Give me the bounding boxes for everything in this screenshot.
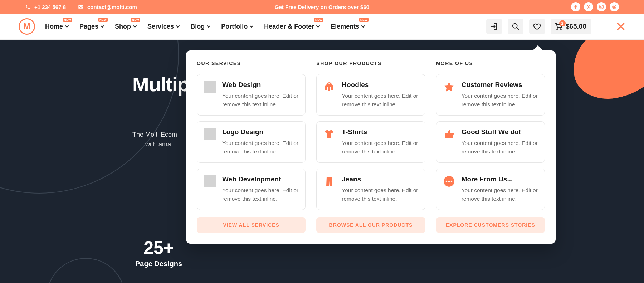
card-desc: Your content goes here. Edit or remove t… xyxy=(222,92,299,109)
image-placeholder-icon xyxy=(204,81,216,93)
card-title: Logo Design xyxy=(222,128,299,136)
search-icon xyxy=(512,23,519,30)
card-desc: Your content goes here. Edit or remove t… xyxy=(462,186,538,203)
nav-item-elements[interactable]: ElementsNEW xyxy=(331,23,365,30)
nav-item-label: Home xyxy=(45,23,63,30)
decorative-blob xyxy=(567,40,644,104)
tshirt-icon xyxy=(323,128,335,140)
mega-column: OUR SERVICES Web Design Your content goe… xyxy=(197,60,306,233)
mega-cta-button[interactable]: EXPLORE CUSTOMERS STORIES xyxy=(436,217,545,233)
nav-item-blog[interactable]: Blog xyxy=(190,23,210,30)
card-desc: Your content goes here. Edit or remove t… xyxy=(462,92,538,109)
x-icon xyxy=(586,4,591,9)
svg-point-8 xyxy=(445,181,447,182)
hero-description: The Molti Ecom with ama xyxy=(132,130,189,149)
nav-item-label: Elements xyxy=(331,23,359,30)
mega-card[interactable]: Jeans Your content goes here. Edit or re… xyxy=(316,169,425,210)
email-text: contact@molti.com xyxy=(87,4,137,10)
star-icon xyxy=(443,81,455,93)
cart-count-badge: 2 xyxy=(559,20,566,26)
nav-item-label: Blog xyxy=(190,23,205,30)
divider xyxy=(605,16,605,36)
new-badge: NEW xyxy=(359,18,369,22)
card-desc: Your content goes here. Edit or remove t… xyxy=(342,139,418,156)
nav-item-label: Portfolio xyxy=(221,23,248,30)
announcement-bar: +1 234 567 8 contact@molti.com Get Free … xyxy=(0,0,644,14)
mega-card[interactable]: Hoodies Your content goes here. Edit or … xyxy=(316,74,425,116)
card-title: Hoodies xyxy=(342,81,418,89)
card-desc: Your content goes here. Edit or remove t… xyxy=(342,92,418,109)
card-desc: Your content goes here. Edit or remove t… xyxy=(222,139,299,156)
nav-item-label: Pages xyxy=(79,23,98,30)
phone-icon xyxy=(25,4,31,10)
mega-card[interactable]: Good Stuff We do! Your content goes here… xyxy=(436,121,545,163)
card-title: Jeans xyxy=(342,175,418,183)
mail-icon xyxy=(78,4,84,10)
mega-column: SHOP OUR PRODUCTS Hoodies Your content g… xyxy=(316,60,425,233)
mega-heading: OUR SERVICES xyxy=(197,60,306,66)
cart-total: $65.00 xyxy=(566,23,586,30)
mega-cta-button[interactable]: VIEW ALL SERVICES xyxy=(197,217,306,233)
stat-label: Page Designs xyxy=(135,260,182,268)
x-link[interactable] xyxy=(584,2,593,11)
nav-item-shop[interactable]: ShopNEW xyxy=(115,23,137,30)
card-title: T-Shirts xyxy=(342,128,418,136)
mega-card[interactable]: More From Us... Your content goes here. … xyxy=(436,169,545,210)
main-nav: M HomeNEWPagesNEWShopNEWServicesBlogPort… xyxy=(0,14,644,40)
mega-heading: SHOP OUR PRODUCTS xyxy=(316,60,425,66)
cart-button[interactable]: 2 $65.00 xyxy=(551,19,591,34)
stat-block: 25+ Page Designs xyxy=(135,238,182,268)
email-link[interactable]: contact@molti.com xyxy=(78,4,137,10)
image-placeholder-icon xyxy=(204,175,216,187)
mega-card[interactable]: Customer Reviews Your content goes here.… xyxy=(436,74,545,116)
mega-heading: MORE OF US xyxy=(436,60,545,66)
logo-letter: M xyxy=(23,21,30,31)
mega-cta-button[interactable]: BROWSE ALL OUR PRODUCTS xyxy=(316,217,425,233)
mega-column: MORE OF US Customer Reviews Your content… xyxy=(436,60,545,233)
close-menu-button[interactable] xyxy=(616,22,625,31)
decorative-circle xyxy=(47,258,125,283)
card-title: Good Stuff We do! xyxy=(462,128,538,136)
dribbble-link[interactable] xyxy=(610,2,619,11)
search-button[interactable] xyxy=(508,19,523,34)
svg-point-6 xyxy=(560,29,561,30)
svg-point-9 xyxy=(448,181,450,182)
mega-card[interactable]: Web Design Your content goes here. Edit … xyxy=(197,74,306,116)
phone-text: +1 234 567 8 xyxy=(34,4,66,10)
jeans-icon xyxy=(323,175,335,187)
more-icon xyxy=(443,175,455,187)
instagram-link[interactable] xyxy=(597,2,606,11)
facebook-link[interactable] xyxy=(571,2,580,11)
card-title: Web Design xyxy=(222,81,299,89)
mega-card[interactable]: Web Development Your content goes here. … xyxy=(197,169,306,210)
phone-link[interactable]: +1 234 567 8 xyxy=(25,4,66,10)
image-placeholder-icon xyxy=(204,128,216,140)
mega-card[interactable]: T-Shirts Your content goes here. Edit or… xyxy=(316,121,425,163)
logo[interactable]: M xyxy=(19,18,35,35)
mega-card[interactable]: Logo Design Your content goes here. Edit… xyxy=(197,121,306,163)
hero-title: Multip xyxy=(132,73,189,96)
new-badge: NEW xyxy=(98,18,108,22)
nav-item-portfolio[interactable]: Portfolio xyxy=(221,23,253,30)
card-title: More From Us... xyxy=(462,175,538,183)
nav-item-home[interactable]: HomeNEW xyxy=(45,23,69,30)
nav-item-services[interactable]: Services xyxy=(147,23,180,30)
heart-icon xyxy=(533,23,541,30)
nav-item-label: Shop xyxy=(115,23,131,30)
hoodie-icon xyxy=(323,81,335,93)
login-icon xyxy=(490,23,498,30)
nav-item-header-footer[interactable]: Header & FooterNEW xyxy=(264,23,320,30)
card-title: Web Development xyxy=(222,175,299,183)
login-button[interactable] xyxy=(486,19,502,34)
mega-menu: OUR SERVICES Web Design Your content goe… xyxy=(186,50,556,244)
nav-item-label: Services xyxy=(147,23,174,30)
facebook-icon xyxy=(573,4,578,9)
nav-item-pages[interactable]: PagesNEW xyxy=(79,23,104,30)
new-badge: NEW xyxy=(63,18,72,22)
card-title: Customer Reviews xyxy=(462,81,538,89)
svg-point-2 xyxy=(602,5,603,6)
wishlist-button[interactable] xyxy=(529,19,545,34)
svg-point-5 xyxy=(557,29,558,30)
card-desc: Your content goes here. Edit or remove t… xyxy=(462,139,538,156)
card-desc: Your content goes here. Edit or remove t… xyxy=(342,186,418,203)
